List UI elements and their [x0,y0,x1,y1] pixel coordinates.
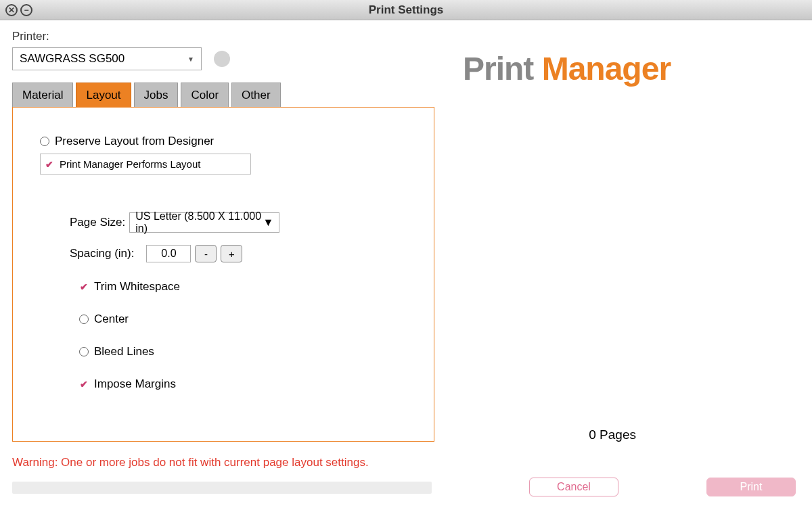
warning-message: Warning: One or more jobs do not fit wit… [0,456,381,469]
tab-color[interactable]: Color [181,83,229,107]
option-bleed-lines[interactable]: Bleed Lines [79,345,407,358]
layout-panel: Preserve Layout from Designer Print Mana… [12,107,434,442]
spacing-input[interactable] [146,245,191,262]
radio-perform-layout[interactable]: Print Manager Performs Layout [40,154,251,175]
option-trim-whitespace[interactable]: Trim Whitespace [79,280,407,294]
radio-preserve-layout[interactable]: Preserve Layout from Designer [40,135,407,148]
app-logo: Print Manager [463,50,796,87]
pages-count: 0 Pages [589,427,636,442]
radio-unchecked-icon [40,137,49,146]
page-size-value: US Letter (8.500 X 11.000 in) [135,210,263,235]
logo-text-a: Print [463,51,542,87]
titlebar: ✕ − Print Settings [0,0,812,20]
option-trim-label: Trim Whitespace [94,280,180,294]
spacing-increment-button[interactable]: + [221,245,242,262]
checkmark-icon [79,379,89,389]
option-bleed-label: Bleed Lines [94,345,154,358]
checkmark-icon [45,160,54,169]
option-margins-label: Impose Margins [94,377,176,391]
option-center[interactable]: Center [79,312,407,326]
window-title: Print Settings [0,3,812,17]
spacing-label: Spacing (in): [70,247,134,260]
tab-layout[interactable]: Layout [76,83,131,107]
printer-label: Printer: [12,30,434,43]
minimize-icon[interactable]: − [20,4,32,16]
print-button[interactable]: Print [706,478,796,496]
printer-select[interactable]: SAWGRASS SG500 ▼ [12,47,202,70]
tab-other[interactable]: Other [231,83,281,107]
radio-unchecked-icon [79,315,89,324]
checkmark-icon [79,282,89,292]
close-icon[interactable]: ✕ [5,4,18,16]
page-size-select[interactable]: US Letter (8.500 X 11.000 in) ▼ [129,212,279,233]
option-impose-margins[interactable]: Impose Margins [79,377,407,391]
radio-perform-label: Print Manager Performs Layout [60,158,200,170]
progress-bar [12,482,432,494]
spacing-decrement-button[interactable]: - [195,245,217,262]
tabs: Material Layout Jobs Color Other [12,83,434,107]
page-size-label: Page Size: [70,216,125,229]
logo-text-b: Manager [542,51,671,87]
printer-selected-value: SAWGRASS SG500 [20,52,125,66]
tab-jobs[interactable]: Jobs [134,83,179,107]
option-center-label: Center [94,312,129,326]
tab-material[interactable]: Material [12,83,73,107]
radio-unchecked-icon [79,347,89,356]
radio-preserve-label: Preserve Layout from Designer [55,135,214,148]
chevron-down-icon: ▼ [187,55,194,63]
cancel-button[interactable]: Cancel [529,478,618,496]
chevron-down-icon: ▼ [263,216,273,229]
printer-status-dot [214,51,230,67]
